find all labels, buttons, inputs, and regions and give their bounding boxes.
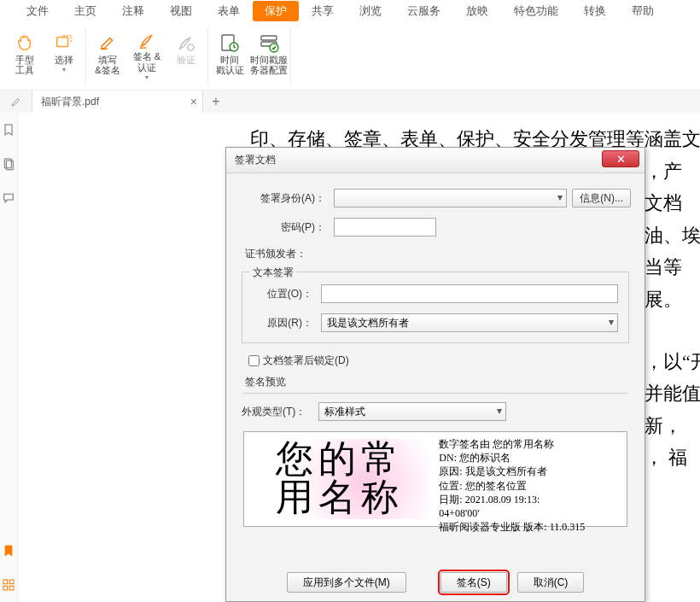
ribbon-hand-tool[interactable]: 手型 工具 <box>5 27 44 82</box>
location-input[interactable] <box>321 284 618 303</box>
svg-point-1 <box>188 44 194 50</box>
preview-big-name: 您的常 用名称 <box>244 432 435 526</box>
document-tab[interactable]: 福昕背景.pdf × <box>32 91 203 113</box>
issuer-label: 证书颁发者： <box>245 247 306 261</box>
pages-icon[interactable] <box>0 155 17 172</box>
tab-bar: 福昕背景.pdf × + <box>0 91 700 113</box>
home-tab-icon[interactable] <box>0 91 32 113</box>
close-tab-icon[interactable]: × <box>190 95 197 108</box>
menu-convert[interactable]: 转换 <box>571 0 619 22</box>
bookmark-tag-icon[interactable] <box>0 542 17 559</box>
signature-preview: 您的常 用名称 数字签名由 您的常用名称 DN: 您的标识名 原因: 我是该文档… <box>243 431 627 527</box>
menu-form[interactable]: 表单 <box>205 0 253 22</box>
select-icon <box>55 31 73 55</box>
menu-protect[interactable]: 保护 <box>253 1 299 21</box>
dropdown-icon: ▾ <box>145 73 149 81</box>
appearance-label: 外观类型(T)： <box>242 405 310 419</box>
appearance-select[interactable]: 标准样式 <box>318 402 506 421</box>
sidebar <box>0 113 18 602</box>
menu-screen[interactable]: 放映 <box>453 0 501 22</box>
text-sign-group: 文本签署 位置(O)： 原因(R)： 我是该文档所有者 <box>242 272 629 343</box>
dropdown-icon: ▾ <box>62 66 66 73</box>
tab-title: 福昕背景.pdf <box>41 95 99 109</box>
reason-label: 原因(R)： <box>253 316 312 330</box>
lock-after-sign-label: 文档签署后锁定(D) <box>263 354 349 368</box>
ribbon: 手型 工具 选择 ▾ 填写 &签名 签名 & 认证 ▾ 验证 时间 戳认证 <box>0 22 700 91</box>
password-label: 密码(P)： <box>240 220 325 235</box>
svg-rect-11 <box>3 586 8 590</box>
menu-home[interactable]: 主页 <box>61 0 109 22</box>
password-input[interactable] <box>334 218 436 237</box>
menu-special[interactable]: 特色功能 <box>501 0 571 22</box>
ribbon-sign-cert[interactable]: 签名 & 认证 ▾ <box>127 27 166 82</box>
comment-icon[interactable] <box>0 190 17 207</box>
ribbon-select-label: 选择 <box>55 55 73 66</box>
grid-icon[interactable] <box>0 576 17 593</box>
ribbon-fill-label: 填写 &签名 <box>95 55 120 76</box>
info-button[interactable]: 信息(N)... <box>572 189 631 207</box>
validate-icon <box>177 31 195 55</box>
menu-browse[interactable]: 浏览 <box>347 0 394 22</box>
ribbon-timestamp[interactable]: 时间 戳认证 <box>210 27 249 82</box>
sign-document-dialog: 签署文档 ✕ 签署身份(A)： 信息(N)... 密码(P)： 证书颁发者： 文… <box>225 147 645 602</box>
ribbon-timeserver[interactable]: 时间戳服 务器配置 <box>249 27 289 82</box>
apply-multiple-button[interactable]: 应用到多个文件(M) <box>287 572 406 593</box>
dialog-title: 签署文档 <box>235 153 276 167</box>
timestamp-icon <box>219 31 240 55</box>
new-tab-button[interactable]: + <box>203 94 229 109</box>
location-label: 位置(O)： <box>253 287 312 301</box>
divider <box>243 393 627 394</box>
dialog-titlebar[interactable]: 签署文档 ✕ <box>226 148 645 173</box>
ribbon-validate-label: 验证 <box>177 55 195 66</box>
menu-cloud[interactable]: 云服务 <box>394 0 453 22</box>
close-icon[interactable]: ✕ <box>602 150 639 167</box>
svg-rect-12 <box>9 586 14 590</box>
identity-select[interactable] <box>334 189 567 207</box>
svg-rect-4 <box>261 36 277 40</box>
pen-icon <box>98 31 117 55</box>
text-sign-legend: 文本签署 <box>249 266 297 280</box>
sign-button[interactable]: 签名(S) <box>440 572 507 593</box>
menu-annotate[interactable]: 注释 <box>109 0 157 22</box>
cancel-button[interactable]: 取消(C) <box>517 572 585 593</box>
timeserver-icon <box>259 31 279 55</box>
menu-share[interactable]: 共享 <box>299 0 347 22</box>
menu-file[interactable]: 文件 <box>14 0 61 22</box>
dialog-footer: 应用到多个文件(M) 签名(S) 取消(C) <box>226 572 645 593</box>
preview-meta: 数字签名由 您的常用名称 DN: 您的标识名 原因: 我是该文档所有者 位置: … <box>435 432 627 526</box>
menu-bar: 文件 主页 注释 视图 表单 保护 共享 浏览 云服务 放映 特色功能 转换 帮… <box>0 0 700 22</box>
quill-icon <box>137 31 156 52</box>
menu-view[interactable]: 视图 <box>157 0 205 22</box>
svg-rect-10 <box>9 580 14 584</box>
svg-rect-0 <box>57 37 68 46</box>
svg-rect-9 <box>3 580 8 584</box>
ribbon-select[interactable]: 选择 ▾ <box>44 27 84 82</box>
ribbon-validate: 验证 <box>166 27 206 82</box>
ribbon-timestamp-label: 时间 戳认证 <box>216 55 244 76</box>
lock-after-sign-checkbox[interactable] <box>248 355 260 366</box>
preview-section-label: 签名预览 <box>245 375 631 389</box>
ribbon-timeserver-label: 时间戳服 务器配置 <box>250 55 288 76</box>
ribbon-hand-label: 手型 工具 <box>15 55 34 76</box>
ribbon-sign-label: 签名 & 认证 <box>133 51 160 73</box>
reason-select[interactable]: 我是该文档所有者 <box>321 313 618 332</box>
hand-icon <box>15 31 34 55</box>
menu-help[interactable]: 帮助 <box>619 0 667 22</box>
bookmark-icon[interactable] <box>0 121 17 138</box>
ribbon-fill-sign[interactable]: 填写 &签名 <box>88 27 127 82</box>
identity-label: 签署身份(A)： <box>240 191 325 206</box>
